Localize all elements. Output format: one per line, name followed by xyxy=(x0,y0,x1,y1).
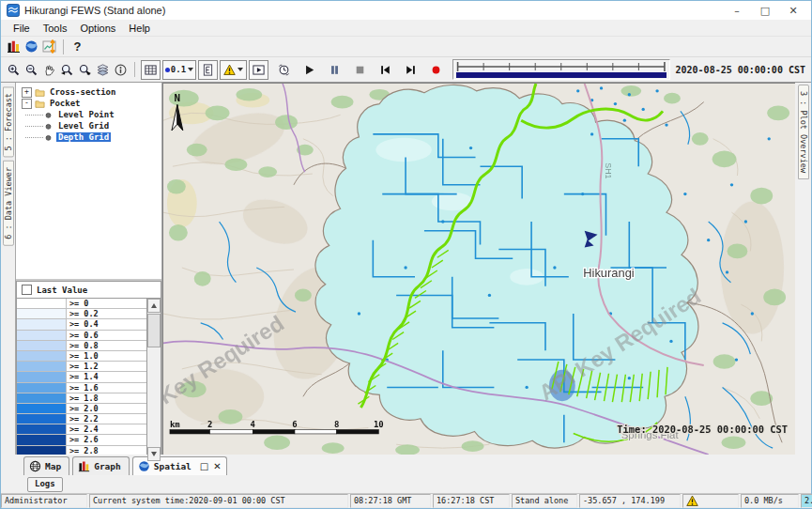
threshold-dropdown[interactable]: 0.1 xyxy=(162,60,196,80)
minimize-button[interactable]: – xyxy=(723,2,751,19)
info-button[interactable] xyxy=(112,61,130,79)
legend-label: >= 0.4 xyxy=(67,319,146,329)
legend-row[interactable]: >= 0.4 xyxy=(17,319,146,330)
help-button[interactable]: ? xyxy=(69,38,86,55)
tree-label[interactable]: Cross-section xyxy=(48,87,117,97)
tab-data-viewer[interactable]: 6 : Data Viewer xyxy=(3,161,14,246)
tab-spatial[interactable]: Spatial □ ✕ xyxy=(132,456,227,475)
time-slider[interactable] xyxy=(452,59,670,80)
tab-forecast[interactable]: 5 : Forecast xyxy=(3,86,14,157)
tree-label[interactable]: Level Point xyxy=(56,110,116,119)
legend-row[interactable]: >= 1.2 xyxy=(17,362,146,372)
legend-label: >= 2.6 xyxy=(67,435,146,444)
scrollbar-thumb[interactable] xyxy=(147,314,161,347)
scale-tick: 8 xyxy=(334,420,339,429)
play-icon xyxy=(303,64,315,76)
timeseries-display-button[interactable] xyxy=(40,38,58,55)
collapse-icon[interactable]: - xyxy=(22,99,32,109)
legend-row[interactable]: >= 1.4 xyxy=(17,372,146,382)
grid-toggle-button[interactable] xyxy=(141,60,161,80)
legend-color-swatch xyxy=(17,299,67,308)
pause-button[interactable] xyxy=(326,61,344,79)
pan-button[interactable] xyxy=(40,61,58,79)
legend-row[interactable]: >= 2.0 xyxy=(17,404,146,414)
zoom-in-button[interactable] xyxy=(5,61,23,79)
play-button[interactable] xyxy=(300,61,318,79)
first-timestep-button[interactable] xyxy=(376,61,394,79)
legend-row[interactable]: >= 2.4 xyxy=(17,424,146,435)
tree-label-selected[interactable]: Depth Grid xyxy=(56,132,111,142)
tree-label[interactable]: Level Grid xyxy=(56,121,111,131)
legend-row[interactable]: >= 1.0 xyxy=(17,351,146,362)
close-button[interactable]: ✕ xyxy=(779,2,807,19)
data-explorer-button[interactable] xyxy=(5,38,23,55)
tree-row-cross-section[interactable]: + Cross-section xyxy=(16,86,161,98)
zoom-previous-button[interactable] xyxy=(58,61,76,79)
legend-label: >= 1.2 xyxy=(67,362,146,371)
legend-label: >= 0 xyxy=(67,299,146,308)
menu-tools[interactable]: Tools xyxy=(37,22,74,35)
status-download-rate: 0.0 MB/s xyxy=(741,494,799,508)
tree-label[interactable]: Pocket xyxy=(48,99,83,108)
labels-toggle-button[interactable] xyxy=(198,60,218,80)
status-memory-gauge: 2.5 GB xyxy=(801,494,812,508)
warnings-dropdown[interactable] xyxy=(220,60,247,80)
zoom-out-button[interactable] xyxy=(23,61,40,79)
zoom-next-button[interactable] xyxy=(76,61,94,79)
road-label: SH1 xyxy=(603,162,612,178)
status-warning-cell[interactable] xyxy=(682,494,739,508)
status-mode: Stand alone xyxy=(512,494,577,508)
tab-graph[interactable]: Graph xyxy=(72,456,130,475)
legend-scrollbar[interactable] xyxy=(147,299,161,461)
spatial-display-button[interactable] xyxy=(23,38,40,55)
pause-icon xyxy=(329,64,341,76)
tree-row-level-point[interactable]: Level Point xyxy=(16,109,161,120)
status-memory: 2.5 GB xyxy=(804,496,812,505)
legend-row[interactable]: >= 2.6 xyxy=(17,435,146,445)
legend-color-swatch xyxy=(17,372,67,381)
animation-settings-button[interactable] xyxy=(275,61,293,79)
menu-help[interactable]: Help xyxy=(122,22,157,35)
legend-row[interactable]: >= 2.2 xyxy=(17,414,146,424)
legend-table-wrap: >= 0>= 0.2>= 0.4>= 0.6>= 0.8>= 1.0>= 1.2… xyxy=(17,298,161,461)
application-window: Hikurangi FEWS (Stand alone) – □ ✕ File … xyxy=(0,0,812,509)
info-icon xyxy=(115,64,127,76)
layers-button[interactable] xyxy=(94,61,112,79)
last-value-checkbox[interactable] xyxy=(22,285,32,295)
legend-row[interactable]: >= 0.2 xyxy=(17,309,146,319)
scale-tick: 10 xyxy=(374,420,384,429)
logs-button[interactable]: Logs xyxy=(27,477,63,492)
scroll-down-button[interactable] xyxy=(147,447,161,461)
map-viewport[interactable]: API Key Required API Key Required Hikura… xyxy=(162,83,795,455)
layers-icon xyxy=(97,64,109,76)
legend-row[interactable]: >= 0.6 xyxy=(17,331,146,341)
tab-maximize-button[interactable]: □ xyxy=(200,461,208,471)
legend-label: >= 2.4 xyxy=(67,424,146,434)
tab-close-button[interactable]: ✕ xyxy=(213,461,221,471)
legend-row[interactable]: >= 0.8 xyxy=(17,341,146,351)
tab-graph-label: Graph xyxy=(94,461,121,471)
last-timestep-button[interactable] xyxy=(402,61,420,79)
scale-tick: 4 xyxy=(251,420,255,429)
tree-row-pocket[interactable]: - Pocket xyxy=(16,98,161,109)
legend-row[interactable]: >= 0 xyxy=(17,299,146,309)
menu-options[interactable]: Options xyxy=(73,22,122,35)
animation-panel-button[interactable] xyxy=(249,60,268,80)
legend-row[interactable]: >= 1.8 xyxy=(17,393,146,404)
zoom-next-icon xyxy=(79,64,91,76)
tree-row-level-grid[interactable]: Level Grid xyxy=(16,120,161,131)
tab-map[interactable]: Map xyxy=(23,456,69,475)
stop-button[interactable] xyxy=(351,61,369,79)
legend-row[interactable]: >= 1.6 xyxy=(17,383,146,393)
legend-color-swatch xyxy=(17,319,67,329)
menu-file[interactable]: File xyxy=(7,22,37,35)
legend-table: >= 0>= 0.2>= 0.4>= 0.6>= 0.8>= 1.0>= 1.2… xyxy=(17,299,147,461)
main-toolbar: ? xyxy=(1,37,811,57)
maximize-button[interactable]: □ xyxy=(751,2,779,19)
scroll-up-button[interactable] xyxy=(147,299,161,313)
legend-color-swatch xyxy=(17,435,67,444)
tree-row-depth-grid[interactable]: Depth Grid xyxy=(16,131,161,143)
expand-icon[interactable]: + xyxy=(22,87,32,98)
record-button[interactable] xyxy=(427,61,445,79)
tab-plot-overview[interactable]: 3 : Plot Overview xyxy=(798,85,809,179)
